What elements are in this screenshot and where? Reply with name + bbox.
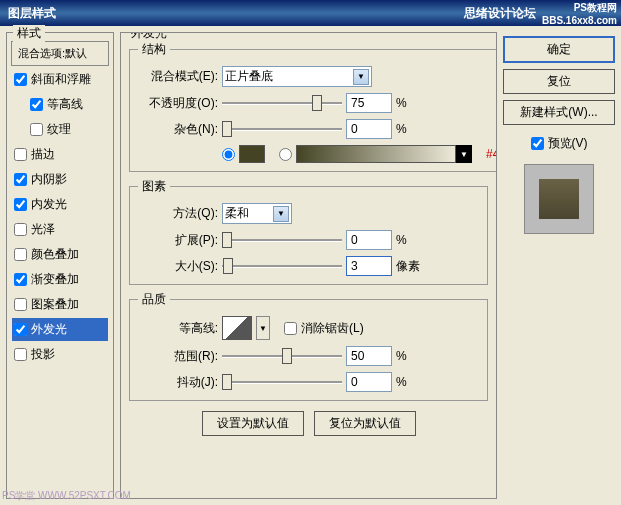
elements-legend: 图素 [138, 178, 170, 195]
style-label: 光泽 [31, 221, 55, 238]
style-label: 描边 [31, 146, 55, 163]
glow-color-chip[interactable] [239, 145, 265, 163]
outer-glow-panel: 外发光 结构 混合模式(E): 正片叠底 ▼ 不透明度(O): 75 % 杂色(… [120, 32, 497, 499]
quality-legend: 品质 [138, 291, 170, 308]
percent-unit: % [396, 233, 426, 247]
outer-glow-legend: 外发光 [127, 32, 171, 42]
style-label: 内发光 [31, 196, 67, 213]
spread-slider[interactable] [222, 231, 342, 249]
style-checkbox-drop-shadow[interactable] [14, 348, 27, 361]
style-item-gradient-overlay[interactable]: 渐变叠加 [11, 267, 109, 292]
range-slider[interactable] [222, 347, 342, 365]
style-checkbox-bevel-emboss[interactable] [14, 73, 27, 86]
jitter-slider[interactable] [222, 373, 342, 391]
ok-button[interactable]: 确定 [503, 36, 615, 63]
technique-value: 柔和 [225, 205, 249, 222]
new-style-button[interactable]: 新建样式(W)... [503, 100, 615, 125]
structure-legend: 结构 [138, 41, 170, 58]
range-input[interactable]: 50 [346, 346, 392, 366]
contour-picker[interactable] [222, 316, 252, 340]
set-default-button[interactable]: 设置为默认值 [202, 411, 304, 436]
style-checkbox-stroke[interactable] [14, 148, 27, 161]
watermark-forum: 思绪设计论坛 [464, 5, 536, 22]
action-panel: 确定 复位 新建样式(W)... 预览(V) [503, 32, 615, 499]
dialog-body: 样式 混合选项:默认 斜面和浮雕等高线纹理描边内阴影内发光光泽颜色叠加渐变叠加图… [0, 26, 621, 505]
antialias-checkbox[interactable] [284, 322, 297, 335]
style-item-pattern-overlay[interactable]: 图案叠加 [11, 292, 109, 317]
blending-options-default[interactable]: 混合选项:默认 [11, 41, 109, 66]
quality-group: 品质 等高线: ▼ 消除锯齿(L) 范围(R): 50 % 抖动(J): 0 % [129, 291, 488, 401]
title-bar: 图层样式 思绪设计论坛 PS教程网 BBS.16xx8.com [0, 0, 621, 26]
jitter-input[interactable]: 0 [346, 372, 392, 392]
structure-group: 结构 混合模式(E): 正片叠底 ▼ 不透明度(O): 75 % 杂色(N): … [129, 41, 497, 172]
style-item-outer-glow[interactable]: 外发光 [11, 317, 109, 342]
pixel-unit: 像素 [396, 258, 426, 275]
style-label: 投影 [31, 346, 55, 363]
style-checkbox-outer-glow[interactable] [14, 323, 27, 336]
percent-unit: % [396, 349, 426, 363]
style-item-drop-shadow[interactable]: 投影 [11, 342, 109, 367]
opacity-input[interactable]: 75 [346, 93, 392, 113]
style-checkbox-inner-shadow[interactable] [14, 173, 27, 186]
style-label: 外发光 [31, 321, 67, 338]
size-slider[interactable] [222, 257, 342, 275]
style-label: 颜色叠加 [31, 246, 79, 263]
opacity-label: 不透明度(O): [138, 95, 218, 112]
styles-legend: 样式 [13, 25, 45, 42]
preview-checkbox[interactable] [531, 137, 544, 150]
jitter-label: 抖动(J): [138, 374, 218, 391]
spread-label: 扩展(P): [138, 232, 218, 249]
style-checkbox-texture[interactable] [30, 123, 43, 136]
solid-color-radio[interactable] [222, 148, 235, 161]
technique-label: 方法(Q): [138, 205, 218, 222]
reset-default-button[interactable]: 复位为默认值 [314, 411, 416, 436]
size-label: 大小(S): [138, 258, 218, 275]
style-checkbox-satin[interactable] [14, 223, 27, 236]
style-item-texture[interactable]: 纹理 [11, 117, 109, 142]
noise-label: 杂色(N): [138, 121, 218, 138]
chevron-down-icon[interactable]: ▼ [256, 316, 270, 340]
style-item-contour[interactable]: 等高线 [11, 92, 109, 117]
style-item-bevel-emboss[interactable]: 斜面和浮雕 [11, 67, 109, 92]
style-label: 等高线 [47, 96, 83, 113]
preview-label: 预览(V) [548, 135, 588, 152]
style-label: 内阴影 [31, 171, 67, 188]
percent-unit: % [396, 122, 426, 136]
watermark-site: PS教程网 BBS.16xx8.com [542, 1, 617, 26]
opacity-slider[interactable] [222, 94, 342, 112]
size-input[interactable]: 3 [346, 256, 392, 276]
style-label: 图案叠加 [31, 296, 79, 313]
spread-input[interactable]: 0 [346, 230, 392, 250]
noise-input[interactable]: 0 [346, 119, 392, 139]
style-item-color-overlay[interactable]: 颜色叠加 [11, 242, 109, 267]
contour-label: 等高线: [138, 320, 218, 337]
noise-slider[interactable] [222, 120, 342, 138]
antialias-label: 消除锯齿(L) [301, 320, 364, 337]
gradient-radio[interactable] [279, 148, 292, 161]
chevron-down-icon: ▼ [273, 206, 289, 222]
technique-select[interactable]: 柔和 ▼ [222, 203, 292, 224]
style-checkbox-gradient-overlay[interactable] [14, 273, 27, 286]
percent-unit: % [396, 96, 426, 110]
style-checkbox-pattern-overlay[interactable] [14, 298, 27, 311]
style-label: 渐变叠加 [31, 271, 79, 288]
range-label: 范围(R): [138, 348, 218, 365]
style-item-stroke[interactable]: 描边 [11, 142, 109, 167]
style-item-inner-glow[interactable]: 内发光 [11, 192, 109, 217]
percent-unit: % [396, 375, 426, 389]
dialog-title: 图层样式 [8, 5, 56, 22]
style-checkbox-color-overlay[interactable] [14, 248, 27, 261]
blend-mode-label: 混合模式(E): [138, 68, 218, 85]
styles-panel: 样式 混合选项:默认 斜面和浮雕等高线纹理描边内阴影内发光光泽颜色叠加渐变叠加图… [6, 32, 114, 499]
style-label: 斜面和浮雕 [31, 71, 91, 88]
blend-mode-select[interactable]: 正片叠底 ▼ [222, 66, 372, 87]
reset-button[interactable]: 复位 [503, 69, 615, 94]
style-checkbox-contour[interactable] [30, 98, 43, 111]
chevron-down-icon: ▼ [353, 69, 369, 85]
blend-mode-value: 正片叠底 [225, 68, 273, 85]
style-item-inner-shadow[interactable]: 内阴影 [11, 167, 109, 192]
style-checkbox-inner-glow[interactable] [14, 198, 27, 211]
watermark-footer: PS学堂 WWW.52PSXT.COM [2, 489, 131, 503]
glow-gradient-select[interactable]: ▼ [296, 145, 472, 163]
style-item-satin[interactable]: 光泽 [11, 217, 109, 242]
